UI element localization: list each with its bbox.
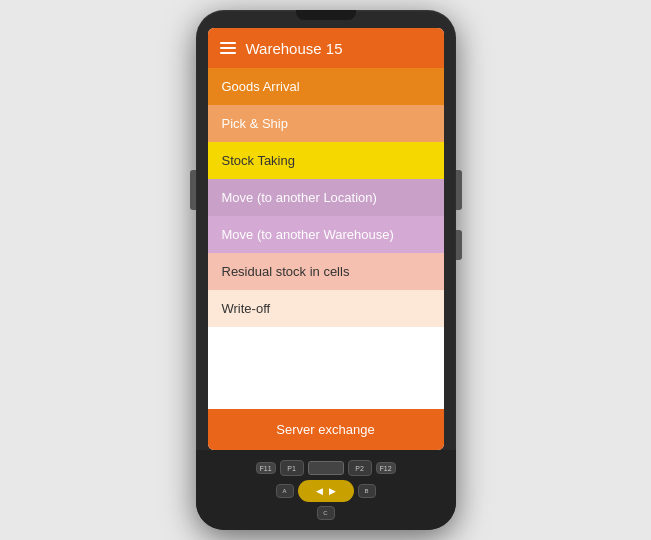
menu-item-residual[interactable]: Residual stock in cells xyxy=(208,253,444,290)
side-button-left[interactable] xyxy=(190,170,196,210)
app-title: Warehouse 15 xyxy=(246,40,343,57)
keypad-row-nav: A ◀ ▶ B xyxy=(276,480,376,502)
key-f11[interactable]: F11 xyxy=(256,462,276,474)
side-button-right[interactable] xyxy=(456,170,462,210)
key-f12[interactable]: F12 xyxy=(376,462,396,474)
hamburger-menu-icon[interactable] xyxy=(220,42,236,54)
key-b[interactable]: B xyxy=(358,484,376,498)
server-exchange-button[interactable]: Server exchange xyxy=(208,409,444,450)
key-a[interactable]: A xyxy=(276,484,294,498)
app-header: Warehouse 15 xyxy=(208,28,444,68)
nav-right-icon: ▶ xyxy=(329,486,336,496)
scan-button[interactable] xyxy=(308,461,344,475)
device-top-bump xyxy=(296,10,356,20)
nav-cluster[interactable]: ◀ ▶ xyxy=(298,480,354,502)
side-button-right-2[interactable] xyxy=(456,230,462,260)
handheld-device: Warehouse 15 Goods Arrival Pick & Ship S… xyxy=(196,10,456,530)
menu-item-goods-arrival[interactable]: Goods Arrival xyxy=(208,68,444,105)
key-c[interactable]: C xyxy=(317,506,335,520)
key-p1[interactable]: P1 xyxy=(280,460,304,476)
nav-left-icon: ◀ xyxy=(316,486,323,496)
menu-list: Goods Arrival Pick & Ship Stock Taking M… xyxy=(208,68,444,409)
menu-item-pick-ship[interactable]: Pick & Ship xyxy=(208,105,444,142)
menu-item-writeoff[interactable]: Write-off xyxy=(208,290,444,327)
menu-item-move-location[interactable]: Move (to another Location) xyxy=(208,179,444,216)
key-p2[interactable]: P2 xyxy=(348,460,372,476)
menu-item-move-warehouse[interactable]: Move (to another Warehouse) xyxy=(208,216,444,253)
keypad-row-bottom: C xyxy=(317,506,335,520)
keypad-row-top: F11 P1 P2 F12 xyxy=(256,460,396,476)
menu-item-stock-taking[interactable]: Stock Taking xyxy=(208,142,444,179)
device-screen: Warehouse 15 Goods Arrival Pick & Ship S… xyxy=(208,28,444,450)
keypad-area: F11 P1 P2 F12 A ◀ ▶ B xyxy=(196,450,456,530)
